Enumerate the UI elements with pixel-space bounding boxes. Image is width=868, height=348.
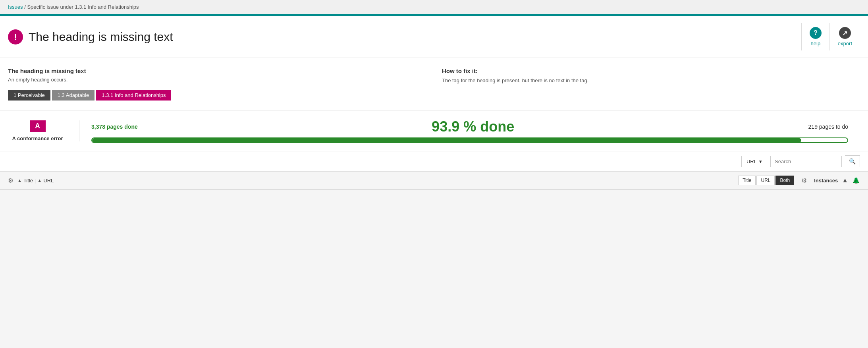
how-to-title: How to fix it: — [442, 68, 860, 74]
export-button[interactable]: ↗ export — [829, 23, 860, 50]
breadcrumb-current: Specific issue under 1.3.1 Info and Rela… — [27, 4, 139, 10]
help-icon: ? — [810, 27, 822, 39]
title-column-label: Title — [23, 178, 33, 184]
tag-info-relationships[interactable]: 1.3.1 Info and Relationships — [96, 90, 171, 101]
page-title: The heading is missing text — [29, 30, 801, 44]
settings-gear-icon[interactable]: ⚙ — [8, 177, 14, 184]
issue-title: The heading is missing text — [8, 68, 426, 74]
progress-stats: 3,378 pages done 93.9 % done 219 pages t… — [91, 118, 848, 135]
search-input[interactable] — [770, 156, 842, 167]
issue-tags: 1 Perceivable 1.3 Adaptable 1.3.1 Info a… — [8, 90, 426, 101]
how-to-description: The tag for the heading is present, but … — [442, 77, 860, 83]
export-label: export — [838, 41, 852, 46]
view-title-button[interactable]: Title — [738, 176, 756, 185]
url-dropdown[interactable]: URL ▾ — [741, 156, 767, 167]
conformance-badge: A — [30, 120, 46, 132]
chevron-down-icon: ▾ — [759, 159, 762, 164]
table-controls: URL ▾ 🔍 — [0, 151, 868, 172]
title-sort-up-icon[interactable]: ▲ — [17, 178, 22, 183]
instances-sort-icon[interactable]: ▲ — [842, 177, 848, 184]
tag-adaptable[interactable]: 1.3 Adaptable — [52, 90, 95, 101]
export-icon: ↗ — [839, 27, 851, 39]
breadcrumb: Issues / Specific issue under 1.3.1 Info… — [0, 0, 868, 14]
url-dropdown-label: URL — [746, 159, 757, 164]
pages-todo-label: pages to do — [819, 124, 848, 130]
pages-done-count: 3,378 — [91, 124, 105, 130]
help-button[interactable]: ? help — [802, 23, 829, 50]
header-actions: ? help ↗ export — [801, 23, 860, 50]
issue-description: An empty heading occurs. — [8, 77, 426, 83]
progress-bar-fill — [92, 138, 801, 142]
pages-done: 3,378 pages done — [91, 124, 138, 130]
progress-bar-container — [91, 137, 848, 143]
header-bar: ! The heading is missing text ? help ↗ e… — [0, 14, 868, 58]
search-icon: 🔍 — [849, 158, 856, 164]
tree-view-icon[interactable]: 🌲 — [852, 177, 860, 184]
progress-block: 3,378 pages done 93.9 % done 219 pages t… — [79, 118, 860, 143]
issue-icon: ! — [8, 29, 23, 44]
pages-done-label: pages done — [107, 124, 138, 130]
info-right: How to fix it: The tag for the heading i… — [442, 68, 860, 101]
title-sort-group: ▲ Title | ▲ URL — [17, 178, 54, 184]
column-settings-icon[interactable]: ⚙ — [798, 177, 810, 184]
view-toggle-buttons: Title URL Both — [738, 176, 794, 185]
conformance-label: A conformance error — [12, 135, 63, 141]
conformance-block: A A conformance error — [8, 120, 79, 141]
search-button[interactable]: 🔍 — [845, 155, 860, 167]
url-column-label: URL — [43, 178, 54, 184]
info-left: The heading is missing text An empty hea… — [8, 68, 426, 101]
view-both-button[interactable]: Both — [775, 176, 794, 185]
table-header: ⚙ ▲ Title | ▲ URL Title URL Both ⚙ Insta… — [0, 172, 868, 190]
info-section: The heading is missing text An empty hea… — [0, 58, 868, 110]
percent-done: 93.9 % done — [432, 118, 514, 135]
stats-section: A A conformance error 3,378 pages done 9… — [0, 110, 868, 151]
view-url-button[interactable]: URL — [756, 176, 775, 185]
instances-column-label: Instances — [814, 178, 838, 184]
column-separator: | — [35, 178, 36, 184]
breadcrumb-issues-link[interactable]: Issues — [8, 4, 23, 10]
url-sort-up-icon[interactable]: ▲ — [37, 178, 42, 183]
tag-perceivable[interactable]: 1 Perceivable — [8, 90, 50, 101]
help-label: help — [811, 41, 821, 46]
pages-todo: 219 pages to do — [808, 124, 848, 130]
pages-todo-count: 219 — [808, 124, 818, 130]
